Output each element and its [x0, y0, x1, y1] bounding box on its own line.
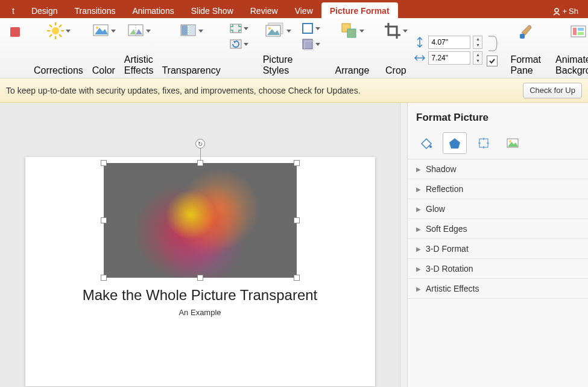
- tab-picture-format[interactable]: Picture Format: [321, 2, 398, 18]
- section-soft-edges[interactable]: ▶Soft Edges: [408, 219, 588, 239]
- svg-line-9: [49, 34, 52, 37]
- resize-handle-sw[interactable]: [101, 275, 107, 281]
- check-for-updates-button[interactable]: Check for Up: [523, 83, 582, 98]
- color-label: Color: [92, 65, 115, 76]
- panel-tab-fill[interactable]: [414, 132, 438, 154]
- ribbon-tabbar: t Design Transitions Animations Slide Sh…: [0, 0, 588, 18]
- format-pane-label: Format Pane: [510, 54, 541, 76]
- section-shadow[interactable]: ▶Shadow: [408, 159, 588, 179]
- pentagon-icon: [448, 136, 461, 150]
- panel-tab-size[interactable]: [472, 132, 496, 154]
- resize-handle-n[interactable]: [197, 160, 203, 166]
- svg-rect-22: [230, 24, 241, 33]
- size-properties-icon: [477, 136, 490, 150]
- resize-handle-se[interactable]: [294, 275, 300, 281]
- resize-handle-e[interactable]: [294, 217, 300, 223]
- svg-rect-34: [520, 34, 525, 39]
- picture-styles-button[interactable]: [265, 22, 291, 40]
- color-button[interactable]: [92, 22, 116, 40]
- resize-handle-nw[interactable]: [101, 160, 107, 166]
- resize-handle-s[interactable]: [197, 275, 203, 281]
- artistic-effects-icon: [127, 22, 145, 40]
- width-input[interactable]: [428, 51, 470, 65]
- arrange-label: Arrange: [335, 65, 369, 76]
- picture-color-icon: [92, 22, 110, 40]
- svg-rect-1: [10, 27, 20, 37]
- tab-insert-fragment[interactable]: t: [4, 2, 23, 18]
- animate-background-button[interactable]: [568, 22, 588, 42]
- remove-background-fragment[interactable]: [2, 22, 28, 76]
- update-message: To keep up-to-date with security updates…: [6, 86, 361, 95]
- svg-point-44: [509, 140, 511, 142]
- arrange-icon: [340, 22, 358, 40]
- crop-icon: [384, 22, 402, 40]
- picture-effects-button[interactable]: [301, 37, 320, 51]
- picture-border-button[interactable]: [301, 22, 320, 35]
- svg-rect-29: [303, 24, 312, 33]
- share-button[interactable]: +Sh: [546, 3, 585, 18]
- lock-aspect-checkbox[interactable]: [487, 56, 498, 66]
- svg-point-39: [429, 146, 432, 148]
- border-icon: [301, 22, 314, 35]
- paint-bucket-icon: [419, 136, 432, 150]
- svg-rect-21: [189, 25, 195, 35]
- compress-pictures-button[interactable]: [229, 22, 248, 35]
- svg-rect-36: [573, 28, 577, 35]
- svg-rect-33: [347, 29, 356, 37]
- reset-icon: [229, 37, 242, 51]
- picture-styles-label: Picture Styles: [263, 54, 293, 76]
- artistic-effects-button[interactable]: [127, 22, 151, 40]
- svg-point-2: [52, 27, 59, 34]
- slide-canvas[interactable]: ↻ Make the Whole Picture Transparent An …: [0, 103, 400, 387]
- svg-point-28: [268, 27, 271, 30]
- height-input[interactable]: [428, 36, 470, 49]
- slide-subtitle[interactable]: An Example: [25, 308, 375, 317]
- height-icon: [414, 36, 426, 48]
- format-pane-button[interactable]: [516, 22, 536, 42]
- svg-marker-40: [449, 138, 460, 149]
- share-label: Sh: [569, 7, 578, 16]
- paintbrush-icon: [517, 23, 535, 41]
- arrange-button[interactable]: [340, 22, 364, 40]
- slide-title[interactable]: Make the Whole Picture Transparent: [25, 287, 375, 304]
- section-reflection[interactable]: ▶Reflection: [408, 179, 588, 199]
- transparency-icon: [179, 22, 197, 40]
- section-3d-format[interactable]: ▶3-D Format: [408, 239, 588, 259]
- vertical-scrollbar[interactable]: [400, 103, 407, 387]
- tab-transitions[interactable]: Transitions: [66, 2, 124, 18]
- crop-label: Crop: [385, 65, 406, 76]
- svg-line-7: [49, 25, 52, 27]
- svg-rect-38: [578, 32, 584, 35]
- picture-styles-icon: [265, 22, 285, 40]
- tab-slideshow[interactable]: Slide Show: [183, 2, 242, 18]
- crop-button[interactable]: [384, 22, 408, 40]
- width-icon: [414, 52, 426, 64]
- panel-tab-picture[interactable]: [501, 132, 525, 154]
- svg-point-13: [96, 27, 98, 29]
- corrections-label: Corrections: [34, 65, 83, 76]
- tab-view[interactable]: View: [286, 2, 321, 18]
- height-stepper[interactable]: ▲▼: [473, 36, 482, 49]
- resize-handle-ne[interactable]: [294, 160, 300, 166]
- format-picture-panel: Format Picture ▶Shadow ▶Reflection ▶Glow…: [407, 103, 588, 387]
- reset-picture-button[interactable]: [229, 37, 248, 51]
- slide: ↻ Make the Whole Picture Transparent An …: [25, 157, 375, 386]
- tab-review[interactable]: Review: [242, 2, 286, 18]
- transparency-label: Transparency: [162, 65, 220, 76]
- compress-icon: [229, 22, 242, 35]
- panel-tab-effects[interactable]: [443, 132, 467, 154]
- section-glow[interactable]: ▶Glow: [408, 199, 588, 219]
- tab-design[interactable]: Design: [23, 2, 66, 18]
- tab-animations[interactable]: Animations: [124, 2, 182, 18]
- section-3d-rotation[interactable]: ▶3-D Rotation: [408, 259, 588, 279]
- svg-line-8: [59, 34, 62, 37]
- transparency-button[interactable]: [179, 22, 203, 40]
- panel-title: Format Picture: [408, 109, 588, 132]
- selected-picture[interactable]: ↻: [104, 163, 297, 278]
- rotation-handle[interactable]: ↻: [195, 139, 205, 149]
- svg-line-10: [59, 25, 62, 27]
- section-artistic-effects[interactable]: ▶Artistic Effects: [408, 279, 588, 299]
- width-stepper[interactable]: ▲▼: [473, 51, 482, 65]
- resize-handle-w[interactable]: [101, 217, 107, 223]
- corrections-button[interactable]: [46, 22, 71, 40]
